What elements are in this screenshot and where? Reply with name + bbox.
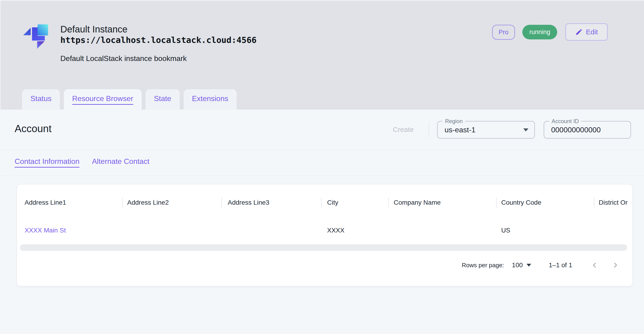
region-select[interactable]: Region us-east-1 bbox=[437, 121, 535, 139]
instance-title: Default Instance bbox=[60, 24, 128, 34]
create-button[interactable]: Create bbox=[392, 125, 415, 134]
arrow-drop-down-icon bbox=[526, 264, 531, 267]
rows-per-page-label: Rows per page: bbox=[462, 262, 504, 269]
column-divider bbox=[388, 197, 389, 208]
rows-per-page-value: 100 bbox=[512, 261, 523, 269]
previous-page-button[interactable] bbox=[590, 260, 600, 270]
rows-per-page-select[interactable]: 100 bbox=[512, 261, 531, 269]
subtab-alternate-contact[interactable]: Alternate Contact bbox=[92, 157, 149, 167]
column-divider bbox=[222, 197, 222, 208]
resource-toolbar: Account Create Region us-east-1 Account … bbox=[0, 110, 644, 150]
column-header-city: City bbox=[327, 199, 338, 206]
column-header-address-line2: Address Line2 bbox=[127, 199, 169, 206]
account-id-input[interactable] bbox=[551, 122, 623, 138]
instance-subtitle: Default LocalStack instance bookmark bbox=[60, 54, 187, 63]
tab-state[interactable]: State bbox=[146, 89, 180, 110]
pagination-range: 1–1 of 1 bbox=[549, 261, 572, 269]
tab-label: State bbox=[154, 94, 171, 105]
tab-label: Extensions bbox=[192, 94, 228, 105]
chevron-left-icon bbox=[590, 260, 600, 270]
toolbar-divider bbox=[429, 122, 429, 138]
pro-badge-label: Pro bbox=[499, 29, 508, 36]
tab-label: Status bbox=[30, 94, 52, 105]
account-subtabs: Contact Information Alternate Contact bbox=[0, 150, 644, 175]
arrow-drop-down-icon bbox=[523, 128, 528, 131]
column-divider bbox=[496, 197, 496, 208]
horizontal-scrollbar-thumb[interactable] bbox=[20, 244, 627, 251]
page-title: Account bbox=[15, 123, 52, 135]
tab-resource-browser[interactable]: Resource Browser bbox=[64, 89, 142, 110]
contact-information-card: Address Line1 Address Line2 Address Line… bbox=[17, 184, 632, 286]
column-header-district-or: District Or bbox=[599, 199, 628, 206]
pro-badge: Pro bbox=[492, 25, 515, 40]
pencil-icon bbox=[575, 28, 583, 36]
localstack-logo bbox=[23, 24, 48, 50]
column-divider bbox=[594, 197, 594, 208]
region-select-value: us-east-1 bbox=[444, 122, 476, 138]
row-country-code: US bbox=[501, 227, 510, 234]
tab-extensions[interactable]: Extensions bbox=[184, 89, 237, 110]
instance-url: https://localhost.localstack.cloud:4566 bbox=[60, 35, 256, 45]
column-header-address-line1: Address Line1 bbox=[24, 199, 66, 206]
localstack-instance-page: Default Instance https://localhost.local… bbox=[0, 0, 644, 334]
column-header-company-name: Company Name bbox=[394, 199, 441, 206]
edit-button[interactable]: Edit bbox=[566, 23, 608, 40]
row-address-line1-link[interactable]: XXXX Main St bbox=[24, 227, 66, 234]
status-badge: running bbox=[522, 25, 557, 39]
tab-label: Resource Browser bbox=[72, 94, 133, 105]
tab-status[interactable]: Status bbox=[22, 89, 60, 110]
table-pagination: Rows per page: 100 1–1 of 1 bbox=[462, 259, 620, 272]
status-badge-label: running bbox=[529, 28, 550, 36]
subtab-contact-information[interactable]: Contact Information bbox=[15, 157, 80, 167]
column-header-address-line3: Address Line3 bbox=[228, 199, 269, 206]
next-page-button[interactable] bbox=[610, 260, 620, 270]
row-city: XXXX bbox=[327, 227, 344, 234]
chevron-right-icon bbox=[610, 260, 620, 270]
instance-tabs: Status Resource Browser State Extensions bbox=[22, 89, 236, 110]
column-header-country-code: Country Code bbox=[501, 199, 542, 206]
column-divider bbox=[122, 197, 123, 208]
column-divider bbox=[321, 197, 322, 208]
edit-button-label: Edit bbox=[586, 28, 598, 36]
account-id-field: Account ID bbox=[544, 121, 631, 139]
resource-browser-panel: Account Create Region us-east-1 Account … bbox=[0, 110, 644, 334]
